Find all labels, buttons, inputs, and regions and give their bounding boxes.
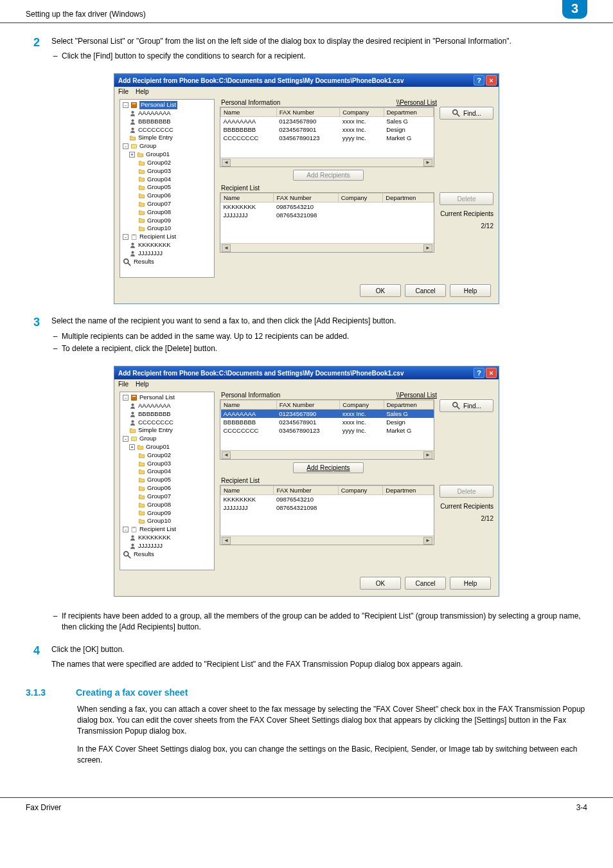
tree-item[interactable]: KKKKKKKK <box>138 534 171 542</box>
tree-item[interactable]: Group04 <box>147 467 171 476</box>
scroll-right-icon[interactable]: ► <box>423 244 432 252</box>
tree-item[interactable]: Group10 <box>147 517 171 525</box>
tree-item[interactable]: Group01 <box>146 443 170 451</box>
personal-info-list[interactable]: NameFAX NumberCompanyDepartmenAAAAAAAA01… <box>220 107 434 167</box>
menu-file[interactable]: File <box>118 381 129 388</box>
tree-item[interactable]: Group05 <box>147 183 171 192</box>
menu-file[interactable]: File <box>118 88 129 95</box>
tree-group[interactable]: Group <box>139 142 156 150</box>
tree-item[interactable]: Group02 <box>147 159 171 167</box>
column-header[interactable]: Departmen <box>384 401 433 410</box>
table-row[interactable]: CCCCCCCC034567890123yyyy Inc.Market G <box>221 134 434 142</box>
tree-item[interactable]: BBBBBBBB <box>138 118 171 126</box>
tree-item[interactable]: Group06 <box>147 192 171 200</box>
column-header[interactable]: Departmen <box>383 194 434 203</box>
tree-item[interactable]: Simple Entry <box>138 134 173 142</box>
scroll-right-icon[interactable]: ► <box>423 451 432 459</box>
help-button[interactable]: Help <box>450 284 491 297</box>
help-icon[interactable]: ? <box>474 75 484 86</box>
table-row[interactable]: BBBBBBBB02345678901xxxx Inc.Design <box>221 418 434 426</box>
ok-button[interactable]: OK <box>360 577 401 590</box>
scroll-left-icon[interactable]: ◄ <box>222 537 231 545</box>
column-header[interactable]: Company <box>340 401 384 410</box>
close-icon[interactable]: × <box>486 75 497 86</box>
recipient-list[interactable]: NameFAX NumberCompanyDepartmenKKKKKKKK09… <box>220 485 434 545</box>
tree-results[interactable]: Results <box>134 550 154 559</box>
personal-info-list[interactable]: NameFAX NumberCompanyDepartmenAAAAAAAA01… <box>220 399 434 460</box>
personal-list-link[interactable]: \\Personal List <box>396 99 437 106</box>
tree-item[interactable]: Group09 <box>147 217 171 225</box>
column-header[interactable]: FAX Number <box>274 486 338 495</box>
delete-button[interactable]: Delete <box>440 192 493 205</box>
tree-item[interactable]: Group07 <box>147 493 171 501</box>
scroll-left-icon[interactable]: ◄ <box>222 159 231 167</box>
tree-item[interactable]: Group07 <box>147 200 171 208</box>
tree-results[interactable]: Results <box>134 258 154 266</box>
tree-item[interactable]: BBBBBBBB <box>138 410 171 419</box>
column-header[interactable]: Name <box>221 108 277 117</box>
column-header[interactable]: Name <box>221 401 277 410</box>
personal-list-link[interactable]: \\Personal List <box>396 392 437 399</box>
table-row[interactable]: KKKKKKKK09876543210 <box>221 203 434 212</box>
close-icon[interactable]: × <box>486 368 497 378</box>
table-row[interactable]: BBBBBBBB02345678901xxxx Inc.Design <box>221 125 434 134</box>
tree-item[interactable]: CCCCCCCC <box>138 419 173 427</box>
tree-item[interactable]: AAAAAAAA <box>138 402 171 410</box>
tree-personal-list[interactable]: Personal List <box>139 101 177 109</box>
column-header[interactable]: Name <box>221 486 274 495</box>
tree-recipient-list[interactable]: Recipient List <box>139 525 176 534</box>
tree-item[interactable]: Group08 <box>147 208 171 217</box>
phonebook-tree[interactable]: -Personal ListAAAAAAAABBBBBBBBCCCCCCCCSi… <box>120 99 215 278</box>
ok-button[interactable]: OK <box>360 284 401 297</box>
scroll-right-icon[interactable]: ► <box>423 159 432 167</box>
scroll-right-icon[interactable]: ► <box>423 537 432 545</box>
column-header[interactable]: FAX Number <box>276 401 339 410</box>
column-header[interactable]: Name <box>221 194 274 203</box>
menu-help[interactable]: Help <box>136 88 149 95</box>
tree-item[interactable]: Simple Entry <box>138 426 173 435</box>
tree-item[interactable]: KKKKKKKK <box>138 241 171 249</box>
tree-item[interactable]: Group04 <box>147 176 171 184</box>
scroll-left-icon[interactable]: ◄ <box>222 244 231 252</box>
cancel-button[interactable]: Cancel <box>405 284 446 297</box>
help-icon[interactable]: ? <box>474 368 484 378</box>
tree-item[interactable]: Group06 <box>147 484 171 493</box>
tree-item[interactable]: CCCCCCCC <box>138 126 173 134</box>
add-recipients-button[interactable]: Add Recipients <box>293 462 363 473</box>
table-row[interactable]: AAAAAAAA01234567890xxxx Inc.Sales G <box>221 117 434 126</box>
tree-item[interactable]: Group01 <box>146 150 170 159</box>
tree-item[interactable]: Group10 <box>147 224 171 233</box>
tree-item[interactable]: JJJJJJJJ <box>138 542 163 550</box>
add-recipients-button[interactable]: Add Recipients <box>293 170 363 181</box>
column-header[interactable]: Company <box>338 486 383 495</box>
table-row[interactable]: JJJJJJJJ087654321098 <box>221 211 434 219</box>
phonebook-tree[interactable]: -Personal ListAAAAAAAABBBBBBBBCCCCCCCCSi… <box>120 392 215 570</box>
column-header[interactable]: Departmen <box>383 486 434 495</box>
help-button[interactable]: Help <box>450 577 491 590</box>
table-row[interactable]: CCCCCCCC034567890123yyyy Inc.Market G <box>221 426 434 435</box>
find-button[interactable]: Find... <box>440 399 493 412</box>
find-button[interactable]: Find... <box>440 107 493 120</box>
tree-recipient-list[interactable]: Recipient List <box>139 233 176 241</box>
column-header[interactable]: FAX Number <box>276 108 339 117</box>
cancel-button[interactable]: Cancel <box>405 577 446 590</box>
tree-item[interactable]: Group03 <box>147 460 171 468</box>
tree-personal-list[interactable]: Personal List <box>139 393 175 402</box>
delete-button[interactable]: Delete <box>440 485 493 498</box>
table-row[interactable]: JJJJJJJJ087654321098 <box>221 503 434 512</box>
table-row[interactable]: AAAAAAAA01234567890xxxx Inc.Sales G <box>221 410 434 419</box>
column-header[interactable]: Company <box>338 194 383 203</box>
column-header[interactable]: Company <box>340 108 384 117</box>
scroll-left-icon[interactable]: ◄ <box>222 451 231 459</box>
column-header[interactable]: Departmen <box>384 108 433 117</box>
table-row[interactable]: KKKKKKKK09876543210 <box>221 495 434 504</box>
tree-item[interactable]: Group08 <box>147 501 171 509</box>
tree-item[interactable]: Group03 <box>147 167 171 176</box>
tree-item[interactable]: JJJJJJJJ <box>138 249 163 258</box>
tree-group[interactable]: Group <box>139 435 156 443</box>
tree-item[interactable]: Group02 <box>147 451 171 460</box>
tree-item[interactable]: Group05 <box>147 476 171 484</box>
menu-help[interactable]: Help <box>136 381 149 388</box>
tree-item[interactable]: Group09 <box>147 509 171 518</box>
recipient-list[interactable]: NameFAX NumberCompanyDepartmenKKKKKKKK09… <box>220 192 434 253</box>
